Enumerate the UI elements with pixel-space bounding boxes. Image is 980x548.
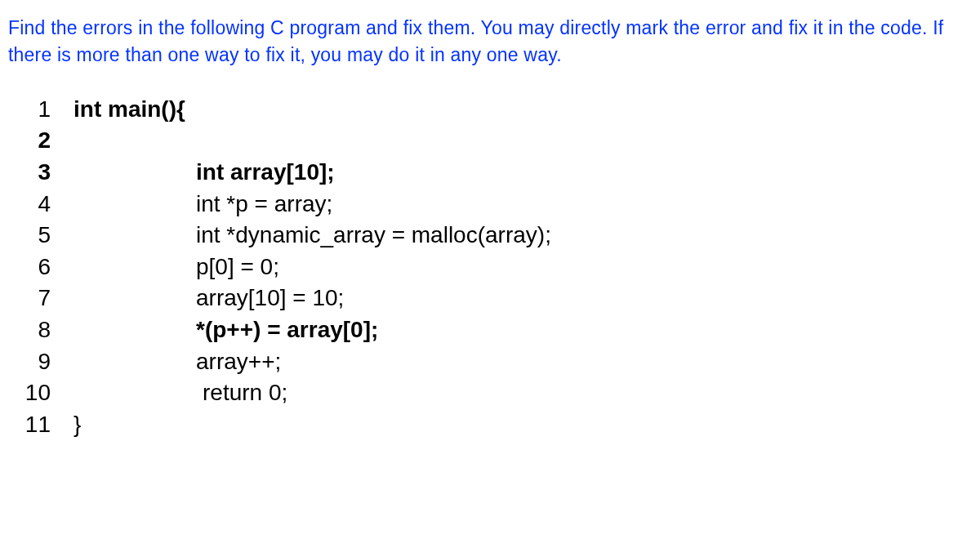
code-line-7: 7 array[10] = 10; bbox=[24, 283, 972, 314]
code-content: int *dynamic_array = malloc(array); bbox=[74, 220, 551, 252]
line-number: 5 bbox=[24, 220, 74, 252]
line-number: 9 bbox=[24, 346, 74, 378]
code-line-5: 5 int *dynamic_array = malloc(array); bbox=[24, 220, 972, 252]
instruction-text: Find the errors in the following C progr… bbox=[8, 15, 972, 69]
line-number: 10 bbox=[24, 377, 74, 409]
line-number: 6 bbox=[24, 252, 74, 283]
code-content: return 0; bbox=[74, 377, 287, 409]
code-line-1: 1 int main(){ bbox=[24, 94, 972, 126]
code-line-2: 2 bbox=[24, 125, 972, 157]
code-content: int *p = array; bbox=[74, 189, 332, 221]
code-content: array++; bbox=[74, 346, 281, 378]
code-block: 1 int main(){ 2 3 int array[10]; 4 int *… bbox=[8, 94, 972, 441]
code-content: *(p++) = array[0]; bbox=[74, 314, 378, 346]
line-number: 7 bbox=[24, 283, 74, 314]
code-line-10: 10 return 0; bbox=[24, 377, 972, 409]
code-line-9: 9 array++; bbox=[24, 346, 972, 378]
line-number: 8 bbox=[24, 314, 74, 346]
code-line-4: 4 int *p = array; bbox=[24, 189, 972, 221]
code-line-8: 8 *(p++) = array[0]; bbox=[24, 314, 972, 346]
code-line-11: 11 } bbox=[24, 409, 972, 441]
code-content: int array[10]; bbox=[74, 157, 335, 189]
line-number: 2 bbox=[24, 125, 74, 157]
line-number: 4 bbox=[24, 189, 74, 221]
line-number: 11 bbox=[24, 409, 74, 441]
line-number: 3 bbox=[24, 157, 74, 189]
code-content: int main(){ bbox=[74, 94, 185, 126]
code-content: p[0] = 0; bbox=[74, 252, 279, 283]
code-line-6: 6 p[0] = 0; bbox=[24, 252, 972, 283]
code-content: } bbox=[74, 409, 81, 441]
line-number: 1 bbox=[24, 94, 74, 126]
code-line-3: 3 int array[10]; bbox=[24, 157, 972, 189]
code-content: array[10] = 10; bbox=[74, 283, 344, 314]
